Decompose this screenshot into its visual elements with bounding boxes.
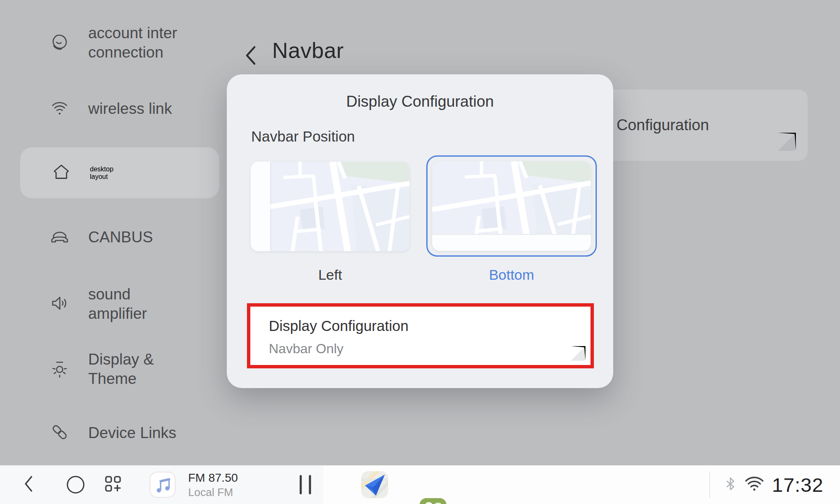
clock: 17:32 [772, 473, 824, 496]
dock-app-drawer-button[interactable] [104, 475, 122, 494]
wifi-icon [50, 98, 70, 120]
option-bottom-label[interactable]: Bottom [432, 267, 591, 283]
account-icon [50, 32, 70, 54]
sidebar-item-label: Device Links [88, 423, 176, 443]
navbar-position-label: Navbar Position [251, 128, 355, 145]
dock-divider [709, 471, 710, 498]
dock-home-button[interactable] [67, 476, 84, 494]
navigation-app-icon[interactable] [361, 471, 388, 498]
display-configuration-dropdown-highlighted[interactable]: Display Configuration Navbar Only [247, 303, 594, 368]
left-position-thumbnail [251, 162, 410, 251]
widgets-app-icon[interactable] [420, 498, 446, 504]
sidebar-item-label: wireless link [88, 99, 172, 118]
sidebar-item-label: desktop layout [90, 165, 113, 181]
settings-sidebar: account inter connection wireless link [0, 0, 225, 465]
home-icon [51, 162, 71, 184]
page-title: Navbar [272, 38, 344, 63]
dropdown-label: Display Configuration [269, 318, 409, 334]
back-button[interactable] [244, 45, 260, 68]
sidebar-item-desktop-layout[interactable]: desktop layout [20, 147, 219, 198]
dialog-title: Display Configuration [227, 93, 613, 110]
sidebar-item-display-theme[interactable]: Display & Theme [50, 347, 154, 391]
map-preview [251, 162, 410, 251]
navbar-position-option-left[interactable] [251, 162, 410, 251]
app-grid-icon [104, 475, 122, 493]
dropdown-corner-icon [778, 133, 796, 151]
dock-media-widget[interactable] [150, 472, 176, 498]
sidebar-item-label: account inter connection [88, 24, 177, 62]
pause-icon [309, 475, 311, 494]
sidebar-item-wireless-link[interactable]: wireless link [50, 96, 172, 122]
dropdown-corner-icon [571, 346, 585, 361]
bottom-navbar-strip [432, 234, 591, 251]
bluetooth-status-icon[interactable] [725, 476, 736, 493]
brightness-icon [50, 358, 70, 380]
background-configuration-label: Configuration [617, 116, 709, 134]
sidebar-item-canbus[interactable]: CANBUS [50, 224, 153, 250]
left-navbar-strip [251, 162, 270, 251]
sidebar-item-device-links[interactable]: Device Links [50, 420, 176, 446]
media-source: Local FM [188, 486, 238, 499]
music-note-icon [150, 472, 176, 498]
sidebar-item-sound-amplifier[interactable]: sound amplifier [50, 282, 147, 326]
media-station: FM 87.50 [188, 470, 238, 486]
back-chevron-icon [23, 475, 34, 493]
wifi-status-icon[interactable] [745, 476, 764, 494]
sidebar-item-label: sound amplifier [88, 285, 147, 323]
navbar-position-option-bottom[interactable] [426, 155, 597, 257]
speaker-icon [50, 293, 70, 315]
option-left-label[interactable]: Left [251, 267, 410, 283]
display-configuration-dialog: Display Configuration Navbar Position [227, 74, 613, 388]
car-settings-screen: account inter connection wireless link [0, 0, 840, 504]
car-front-icon [50, 226, 70, 248]
sidebar-item-label: CANBUS [88, 228, 153, 247]
sidebar-item-label: Display & Theme [88, 350, 154, 388]
home-circle-icon [67, 476, 84, 494]
sidebar-item-account-interconnection[interactable]: account inter connection [50, 21, 177, 65]
dropdown-value: Navbar Only [269, 341, 344, 357]
bottom-dock: FM 87.50 Local FM [0, 465, 840, 504]
pause-icon [300, 475, 302, 494]
media-pause-button[interactable] [300, 475, 311, 494]
bottom-position-thumbnail [432, 161, 591, 251]
media-info[interactable]: FM 87.50 Local FM [188, 470, 238, 499]
dock-back-button[interactable] [23, 475, 34, 495]
link-icon [50, 422, 70, 444]
